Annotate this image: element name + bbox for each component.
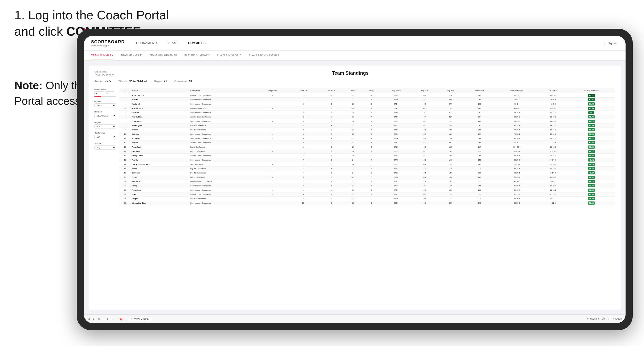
sub-nav-team-summary[interactable]: TEAM SUMMARY [91,51,113,60]
table-cell: 217 [464,132,496,136]
table-cell: 274.2 [380,106,412,111]
comment-button[interactable]: 💬 [602,318,605,320]
nav-item-teams[interactable]: TEAMS [168,36,178,50]
forward-icon[interactable]: ▶ [93,317,95,321]
table-cell: 221 [464,192,496,197]
table-cell: 4 [362,158,380,162]
share-icon-left[interactable]: ⬆ [106,317,108,321]
back-icon[interactable]: ◀ [88,317,90,321]
min-rounds-range [94,91,116,95]
table-cell: 1 [362,124,380,128]
table-row: 22GeorgiaSoutheastern Conference–8721127… [119,184,615,188]
division-select[interactable]: NCAA Division I [94,114,116,118]
sub-nav-player-summary[interactable]: PLAYER SUMMARY [184,51,210,60]
table-cell: 104-40-3 [496,145,538,149]
school-select[interactable]: (All) [94,146,116,150]
table-row: 11ArkansasSoutheastern Conference–682382… [119,136,615,141]
nav-item-committee[interactable]: COMMITTEE [188,36,207,50]
bookmark-icon[interactable]: 🔖 [119,317,123,321]
table-cell: 23 [344,201,362,205]
sign-out[interactable]: | Sign out [604,42,618,45]
table-cell: 268 [464,128,496,132]
table-row: 26Mississippi StateSoutheastern Conferen… [119,201,615,205]
sub-nav-player-h2h-heatmap[interactable]: PLAYER H2H HEATMAP [249,51,280,60]
gender-select[interactable]: Men's [94,103,116,107]
table-cell: 7 [319,184,344,188]
table-cell: – [258,162,287,167]
table-cell: 14 [119,149,130,154]
table-cell: -1.8 [412,201,438,205]
table-cell: 4 [287,119,319,124]
table-cell: 4-21-0 [538,201,568,205]
share-button[interactable]: ↗ Share [612,318,622,320]
table-cell: 9 [319,179,344,184]
table-cell: 258 [464,158,496,162]
table-cell: 9 [287,188,319,192]
range-slider[interactable] [94,96,116,97]
table-row: 7TennesseeSoutheastern Conference–461822… [119,119,615,124]
table-cell: 279.1 [380,167,412,171]
table-cell: 280.7 [380,201,412,205]
reload-icon[interactable]: ↻ [98,317,100,321]
table-cell: 1.86 [438,132,464,136]
table-row: 18IllinoisBig Ten Conference–18231279.1-… [119,167,615,171]
table-cell: – [258,149,287,154]
view-original-button[interactable]: 👁 View: Original [129,317,151,321]
table-cell: -3.5 [412,149,438,154]
table-cell: 91-6-0 [496,102,538,106]
card-title: Team Standings [114,70,586,76]
min-rounds-to-input[interactable] [105,91,114,95]
table-cell: 7 [287,158,319,162]
table-cell: 2 [362,119,380,124]
table-cell: 262 [464,93,496,98]
col-wins: Wins [362,88,380,93]
table-row: 14OklahomaBig 12 Conference–29242276.9-3… [119,149,615,154]
bottom-toolbar: ◀ ▶ ↻ ⬆ + 🔖 👁 View: Original 👁 Watch ▾ 💬 [84,314,626,323]
col-rank: # [119,88,130,93]
table-cell: 1 [287,98,319,102]
nav-item-tournaments[interactable]: TOURNAMENTS [134,36,158,50]
table-cell: 96-29-2 [496,115,538,119]
table-cell: 1.85 [438,154,464,158]
toolbar-right: 👁 Watch ▾ 💬 ⤢ ↗ Share [587,318,622,320]
min-rounds-from-input[interactable] [94,91,104,95]
table-cell: – [258,93,287,98]
col-vs-top-25: Vs Top 25 [538,88,568,93]
table-cell: 1.41 [438,179,464,184]
points-cell: 85.98 [568,106,615,111]
table-cell: 86-26-1 [496,128,538,132]
table-cell: 276.4 [380,141,412,145]
table-cell: – [258,171,287,175]
sub-nav-team-h2h-heatmap[interactable]: TEAM H2H HEATMAP [149,51,177,60]
table-cell: Pac-12 Conference [189,106,258,111]
region-select[interactable]: N/A [94,124,116,129]
table-cell: 3 [119,102,130,106]
table-cell: 2 [362,188,380,192]
watch-button[interactable]: 👁 Watch ▾ [587,318,599,320]
table-cell: 20 [119,175,130,179]
table-cell: Arizona [130,128,189,132]
table-cell: 109-24-2 [496,179,538,184]
add-icon[interactable]: + [112,317,113,321]
col-reg-rank: Reg Rank [258,88,287,93]
table-cell: 18-12-1 [538,124,568,128]
table-cell: 270 [464,201,496,205]
gender-filter: Gender: Men's [94,80,111,83]
table-cell: 12-15-0 [538,167,568,171]
points-cell: 46.91 [568,175,615,179]
table-row: 16FloridaSoutheastern Conference–7924427… [119,158,615,162]
table-cell: 265 [464,119,496,124]
table-cell: 23-11-0 [538,136,568,141]
table-cell: 8 [319,162,344,167]
expand-button[interactable]: ⤢ [608,318,610,320]
table-cell: 273.6 [380,102,412,106]
view-icon: 👁 [131,318,133,320]
table-cell: 9-24-0 [538,158,568,162]
table-cell: – [258,158,287,162]
table-cell: 271 [464,197,496,201]
region-sidebar-filter: Region N/A [94,121,116,129]
sub-nav-team-h2h-grid[interactable]: TEAM H2H GRID [120,51,142,60]
sub-nav-player-h2h-grid[interactable]: PLAYER H2H GRID [217,51,242,60]
table-cell: 276.9 [380,132,412,136]
conference-select[interactable]: (All) [94,135,116,139]
